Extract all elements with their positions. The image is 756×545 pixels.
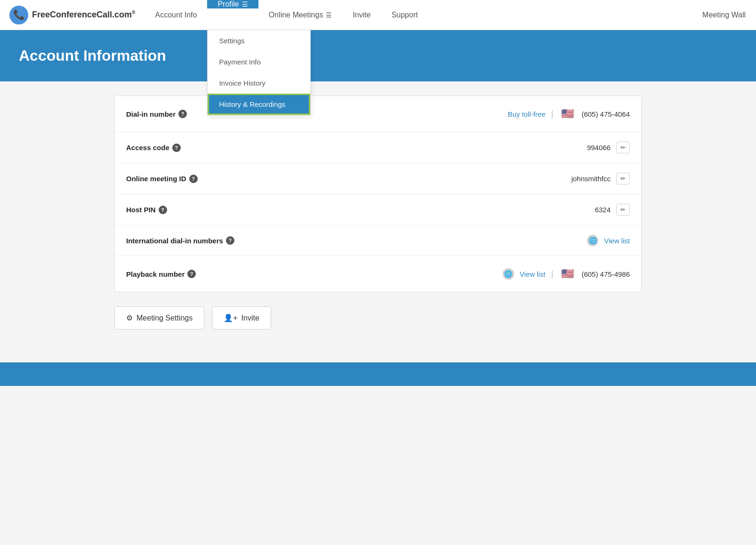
access-code-value: 994066 ✏ <box>587 142 630 153</box>
buy-toll-free-link[interactable]: Buy toll-free <box>508 110 546 118</box>
dial-in-divider: | <box>551 109 554 119</box>
action-buttons: ⚙ Meeting Settings 👤+ Invite <box>114 306 642 329</box>
nav-item-invite[interactable]: Invite <box>342 0 381 30</box>
globe-icon-international: 🌐 <box>587 235 598 246</box>
invite-button[interactable]: 👤+ Invite <box>212 306 271 329</box>
access-code-edit-btn[interactable]: ✏ <box>616 142 630 153</box>
dropdown-menu: Settings Payment Info Invoice History Hi… <box>207 30 311 115</box>
dial-in-value: Buy toll-free | 🇺🇸 (605) 475-4064 <box>508 105 630 122</box>
host-pin-edit-btn[interactable]: ✏ <box>616 204 630 216</box>
online-meeting-id-text: johnsmithfcc <box>571 175 611 183</box>
nav-item-profile[interactable]: Profile ☰ <box>207 0 258 8</box>
brand-logo[interactable]: 📞 FreeConferenceCall.com® <box>0 0 145 30</box>
dial-in-help-icon[interactable]: ? <box>178 110 187 118</box>
nav-item-support[interactable]: Support <box>381 0 428 30</box>
profile-dropdown: Settings Payment Info Invoice History Hi… <box>207 30 311 115</box>
access-code-row: Access code ? 994066 ✏ <box>115 132 641 163</box>
svg-text:📞: 📞 <box>13 9 25 20</box>
main-content: Dial-in number ? Buy toll-free | 🇺🇸 (605… <box>96 81 660 344</box>
host-pin-row: Host PIN ? 6324 ✏ <box>115 194 641 225</box>
footer <box>0 362 756 386</box>
page-title: Account Information <box>19 47 737 64</box>
us-flag-dial-in: 🇺🇸 <box>559 105 576 122</box>
international-dial-in-help-icon[interactable]: ? <box>226 236 234 245</box>
international-dial-in-value: 🌐 View list <box>587 235 630 246</box>
host-pin-number: 6324 <box>595 206 611 214</box>
navbar: 📞 FreeConferenceCall.com® Account Info P… <box>0 0 756 30</box>
playback-divider: | <box>551 269 554 279</box>
settings-icon: ⚙ <box>126 313 133 322</box>
host-pin-help-icon[interactable]: ? <box>159 206 167 214</box>
hero-section: Account Information <box>0 30 756 81</box>
international-view-list-link[interactable]: View list <box>604 237 630 245</box>
dropdown-item-history-recordings[interactable]: History & Recordings <box>208 94 310 115</box>
brand-name: FreeConferenceCall.com® <box>32 10 135 20</box>
online-meeting-id-help-icon[interactable]: ? <box>189 175 198 183</box>
playback-help-icon[interactable]: ? <box>187 270 196 278</box>
playback-number-label: Playback number ? <box>126 270 267 278</box>
online-meeting-id-edit-btn[interactable]: ✏ <box>616 173 630 184</box>
dropdown-item-invoice-history[interactable]: Invoice History <box>208 72 310 94</box>
access-code-help-icon[interactable]: ? <box>172 144 181 152</box>
access-code-label: Access code ? <box>126 144 267 152</box>
dropdown-item-settings[interactable]: Settings <box>208 30 310 51</box>
dial-in-phone: (605) 475-4064 <box>581 110 630 118</box>
playback-view-list-link[interactable]: View list <box>520 270 546 278</box>
globe-icon-playback: 🌐 <box>503 268 514 280</box>
profile-nav-wrapper: Profile ☰ Settings Payment Info Invoice … <box>207 0 258 30</box>
account-info-table: Dial-in number ? Buy toll-free | 🇺🇸 (605… <box>114 96 642 292</box>
dial-in-row: Dial-in number ? Buy toll-free | 🇺🇸 (605… <box>115 96 641 132</box>
online-meetings-menu-icon: ☰ <box>326 11 332 19</box>
us-flag-playback: 🇺🇸 <box>559 265 576 282</box>
playback-number-value: 🌐 View list | 🇺🇸 (605) 475-4986 <box>503 265 630 282</box>
dropdown-item-payment-info[interactable]: Payment Info <box>208 51 310 72</box>
meeting-settings-button[interactable]: ⚙ Meeting Settings <box>114 306 204 329</box>
host-pin-label: Host PIN ? <box>126 206 267 214</box>
playback-number-row: Playback number ? 🌐 View list | 🇺🇸 (605)… <box>115 256 641 292</box>
online-meeting-id-row: Online meeting ID ? johnsmithfcc ✏ <box>115 163 641 194</box>
host-pin-value: 6324 ✏ <box>595 204 630 216</box>
nav-items: Account Info Profile ☰ Settings Payment … <box>145 0 756 30</box>
playback-phone: (605) 475-4986 <box>581 270 630 278</box>
nav-item-account-info[interactable]: Account Info <box>145 0 207 30</box>
invite-icon: 👤+ <box>224 313 237 322</box>
international-dial-in-row: International dial-in numbers ? 🌐 View l… <box>115 225 641 256</box>
access-code-number: 994066 <box>587 144 611 152</box>
online-meeting-id-value: johnsmithfcc ✏ <box>571 173 630 184</box>
nav-item-meeting-wall[interactable]: Meeting Wall <box>692 0 756 30</box>
nav-item-online-meetings[interactable]: Online Meetings ☰ <box>258 0 343 30</box>
international-dial-in-label: International dial-in numbers ? <box>126 236 267 245</box>
profile-menu-icon: ☰ <box>242 0 248 8</box>
online-meeting-id-label: Online meeting ID ? <box>126 175 267 183</box>
